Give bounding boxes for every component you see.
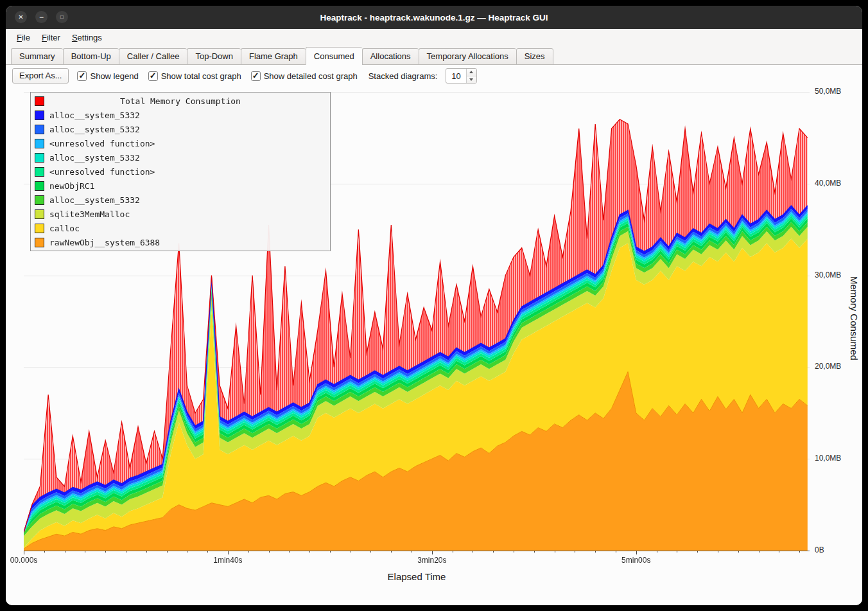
tab-temporary-allocations[interactable]: Temporary Allocations <box>419 48 516 65</box>
legend-item-label: <unresolved function> <box>49 139 155 148</box>
tab-caller-callee[interactable]: Caller / Callee <box>119 48 187 65</box>
spinbox-down-button[interactable] <box>467 76 476 84</box>
menu-file[interactable]: File <box>11 31 36 44</box>
legend-swatch <box>35 238 44 247</box>
legend-item: newObjRC1 <box>33 179 327 193</box>
legend-item: sqlite3MemMalloc <box>33 207 327 221</box>
legend-swatch <box>35 111 44 120</box>
spinbox-buttons <box>466 69 476 83</box>
x-tick-label: 00.000s <box>6 556 46 565</box>
y-tick-label: 50,0MB <box>815 87 841 96</box>
legend-swatch <box>35 195 44 205</box>
legend-item: alloc__system_5332 <box>33 122 327 136</box>
legend-item: calloc <box>33 221 327 235</box>
menu-filter[interactable]: Filter <box>36 31 66 44</box>
legend-item: <unresolved function> <box>33 136 327 150</box>
legend-item-label: alloc__system_5332 <box>49 125 140 134</box>
tab-bottom-up[interactable]: Bottom-Up <box>63 48 119 65</box>
export-as-button[interactable]: Export As... <box>12 68 69 84</box>
legend-swatch <box>35 96 44 106</box>
checkbox-label: Show total cost graph <box>161 71 241 81</box>
checkbox-label: Show detailed cost graph <box>264 71 358 81</box>
tab-allocations[interactable]: Allocations <box>362 48 419 65</box>
checkbox-box[interactable] <box>251 71 261 81</box>
legend-item-label: alloc__system_5332 <box>49 195 140 205</box>
tab-summary[interactable]: Summary <box>11 48 63 65</box>
menubar: FileFilterSettings <box>6 29 862 46</box>
down-arrow-icon <box>469 78 473 81</box>
legend-item: alloc__system_5332 <box>33 150 327 164</box>
legend-item-label: sqlite3MemMalloc <box>49 209 130 219</box>
checkbox-show-legend[interactable]: Show legend <box>77 71 138 81</box>
y-tick-label: 40,0MB <box>815 179 841 188</box>
legend-title-row: Total Memory Consumption <box>33 94 327 108</box>
tab-consumed[interactable]: Consumed <box>306 47 362 65</box>
legend-item-label: newObjRC1 <box>49 181 94 191</box>
legend-swatch <box>35 125 44 134</box>
up-arrow-icon <box>469 71 473 73</box>
app-window: ✕−□ Heaptrack - heaptrack.wakunode.1.gz … <box>6 6 862 605</box>
stacked-diagrams-label: Stacked diagrams: <box>369 71 438 81</box>
y-axis-title: Memory Consumed <box>849 276 860 360</box>
checkbox-show-total-cost-graph[interactable]: Show total cost graph <box>148 71 241 81</box>
legend-swatch <box>35 139 44 148</box>
legend-swatch <box>35 181 44 191</box>
y-tick-label: 20,0MB <box>815 362 841 371</box>
tab-top-down[interactable]: Top-Down <box>187 48 241 65</box>
window-title: Heaptrack - heaptrack.wakunode.1.gz — He… <box>6 13 862 22</box>
legend-item-label: alloc__system_5332 <box>49 153 140 163</box>
tab-bar: SummaryBottom-UpCaller / CalleeTop-DownF… <box>6 46 862 65</box>
toolbar: Export As... Show legendShow total cost … <box>6 65 862 87</box>
x-axis-title: Elapsed Time <box>24 571 810 582</box>
legend-item: <unresolved function> <box>33 164 327 179</box>
toolbar-checkboxes: Show legendShow total cost graphShow det… <box>77 71 357 81</box>
legend-swatch <box>35 209 44 219</box>
spinbox-up-button[interactable] <box>467 69 476 76</box>
legend-title: Total Memory Consumption <box>49 96 311 106</box>
legend-item-label: rawNewObj__system_6388 <box>49 238 160 247</box>
window-frame: ✕−□ Heaptrack - heaptrack.wakunode.1.gz … <box>0 0 868 611</box>
legend-item: rawNewObj__system_6388 <box>33 235 327 249</box>
checkbox-label: Show legend <box>90 71 138 81</box>
titlebar: ✕−□ Heaptrack - heaptrack.wakunode.1.gz … <box>6 6 862 29</box>
stacked-diagrams-spinbox[interactable]: 10 <box>446 68 476 84</box>
checkbox-box[interactable] <box>148 71 158 81</box>
spinbox-value: 10 <box>446 69 465 83</box>
menu-settings[interactable]: Settings <box>66 31 108 44</box>
y-tick-label: 0B <box>815 545 824 554</box>
legend-item-label: calloc <box>49 224 80 233</box>
x-tick-label: 5min00s <box>614 556 659 565</box>
x-tick-label: 3min20s <box>410 556 455 565</box>
y-tick-label: 10,0MB <box>815 454 841 463</box>
legend-item-label: alloc__system_5332 <box>49 111 140 120</box>
legend-swatch <box>35 224 44 233</box>
y-tick-label: 30,0MB <box>815 270 841 279</box>
x-tick-label: 1min40s <box>205 556 250 565</box>
tab-flame-graph[interactable]: Flame Graph <box>241 48 306 65</box>
legend-swatch <box>35 167 44 177</box>
legend-item: alloc__system_5332 <box>33 193 327 207</box>
legend-item-label: <unresolved function> <box>49 167 155 177</box>
legend-item: alloc__system_5332 <box>33 108 327 122</box>
checkbox-show-detailed-cost-graph[interactable]: Show detailed cost graph <box>251 71 358 81</box>
chart-legend: Total Memory Consumptionalloc__system_53… <box>30 92 331 251</box>
chart-area: Total Memory Consumptionalloc__system_53… <box>6 87 862 605</box>
checkbox-box[interactable] <box>77 71 87 81</box>
tab-sizes[interactable]: Sizes <box>516 48 553 65</box>
legend-swatch <box>35 153 44 163</box>
